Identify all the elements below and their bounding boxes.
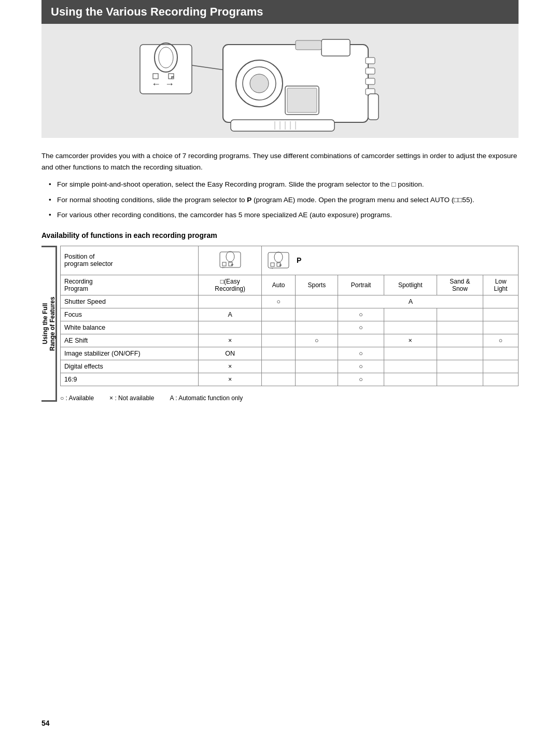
selector-row: Position of program selector xyxy=(61,246,519,275)
table-row: Shutter Speed ○ A xyxy=(61,295,519,308)
low-light-val: ○ xyxy=(483,334,519,347)
auto-val xyxy=(261,308,295,321)
features-table: Position of program selector xyxy=(60,246,519,386)
sand-snow-val xyxy=(437,373,483,386)
svg-rect-26 xyxy=(368,94,379,120)
svg-rect-27 xyxy=(296,40,321,50)
low-light-col: Low Light xyxy=(483,275,519,295)
bullet-item-2: For normal shooting conditions, slide th… xyxy=(49,194,519,206)
auto-col: Auto xyxy=(261,275,295,295)
sports-val xyxy=(296,373,338,386)
feature-label: White balance xyxy=(61,321,199,334)
svg-text:→: → xyxy=(270,266,274,271)
sand-snow-val xyxy=(437,321,483,334)
svg-text:←: ← xyxy=(151,79,161,89)
svg-rect-15 xyxy=(366,68,375,74)
svg-point-12 xyxy=(250,74,269,93)
sports-val xyxy=(296,347,338,360)
svg-rect-14 xyxy=(366,58,375,64)
camcorder-diagram: P ← → xyxy=(41,24,519,138)
feature-label: 16:9 xyxy=(61,373,199,386)
table-row: Digital effects × ○ xyxy=(61,360,519,373)
portrait-val: ○ xyxy=(338,360,384,373)
sand-snow-val xyxy=(437,347,483,360)
page: Using the Various Recording Programs E P… xyxy=(0,0,560,748)
portrait-val: ○ xyxy=(338,321,384,334)
svg-rect-16 xyxy=(366,78,375,84)
svg-rect-20 xyxy=(231,120,334,131)
bullet-list: For simple point-and-shoot operation, se… xyxy=(41,179,519,221)
sidebar-label-1: Using the Full xyxy=(41,303,49,344)
auto-val xyxy=(261,321,295,334)
legend-available: ○ : Available xyxy=(60,394,94,402)
table-row: White balance ○ xyxy=(61,321,519,334)
feature-label: Digital effects xyxy=(61,360,199,373)
camcorder-svg: P ← → xyxy=(130,29,430,133)
feature-label: Shutter Speed xyxy=(61,295,199,308)
spotlight-val xyxy=(384,321,437,334)
easy-val xyxy=(199,295,262,308)
auto-val xyxy=(261,360,295,373)
low-light-val xyxy=(483,321,519,334)
low-light-val xyxy=(483,308,519,321)
spotlight-val: × xyxy=(384,334,437,347)
sidebar-label-2: Range of Features xyxy=(49,297,56,351)
recording-program-label: Recording Program xyxy=(61,275,199,295)
sports-val xyxy=(296,295,338,308)
selector-left-icon: P ← xyxy=(199,246,262,275)
svg-text:←: ← xyxy=(221,265,226,270)
spotlight-col: Spotlight xyxy=(384,275,437,295)
selector-label-cell: Position of program selector xyxy=(61,246,199,275)
feature-label: Image stabilizer (ON/OFF) xyxy=(61,347,199,360)
portrait-val: ○ xyxy=(338,373,384,386)
svg-rect-19 xyxy=(287,88,317,112)
spotlight-val xyxy=(384,373,437,386)
svg-rect-13 xyxy=(321,39,350,56)
feature-label: Focus xyxy=(61,308,199,321)
table-row: AE Shift × ○ × ○ xyxy=(61,334,519,347)
easy-val: A xyxy=(199,308,262,321)
low-light-val xyxy=(483,347,519,360)
easy-recording-col: □(Easy Recording) xyxy=(199,275,262,295)
svg-text:→: → xyxy=(165,79,174,89)
portrait-spotlight-sand-val: A xyxy=(338,295,483,308)
spotlight-val xyxy=(384,308,437,321)
bullet-item-3: For various other recording conditions, … xyxy=(49,209,519,221)
auto-val: ○ xyxy=(261,295,295,308)
legend-not-available: × : Not available xyxy=(109,394,154,402)
table-row: 16:9 × ○ xyxy=(61,373,519,386)
auto-val xyxy=(261,347,295,360)
low-light-val xyxy=(483,373,519,386)
p-label: P xyxy=(297,256,301,264)
sand-snow-val xyxy=(437,308,483,321)
low-light-val xyxy=(483,295,519,308)
sand-snow-val xyxy=(437,360,483,373)
sand-snow-val xyxy=(437,334,483,347)
portrait-val: ○ xyxy=(338,308,384,321)
auto-val xyxy=(261,334,295,347)
legend-auto-only: A : Automatic function only xyxy=(170,394,243,402)
intro-paragraph: The camcorder provides you with a choice… xyxy=(41,150,519,173)
easy-val: ON xyxy=(199,347,262,360)
page-title: Using the Various Recording Programs xyxy=(41,0,519,24)
selector-right-area: P → P xyxy=(261,246,518,275)
svg-text:P: P xyxy=(279,264,282,267)
svg-text:P: P xyxy=(231,263,233,266)
svg-point-29 xyxy=(226,251,234,262)
sand-snow-col: Sand & Snow xyxy=(437,275,483,295)
easy-val xyxy=(199,321,262,334)
portrait-col: Portrait xyxy=(338,275,384,295)
table-row: Image stabilizer (ON/OFF) ON ○ xyxy=(61,347,519,360)
page-number: 54 xyxy=(41,719,50,727)
main-table-area: Position of program selector xyxy=(60,246,519,402)
easy-val: × xyxy=(199,334,262,347)
content-area: The camcorder provides you with a choice… xyxy=(41,150,519,402)
table-section-heading: Availability of functions in each record… xyxy=(41,231,519,239)
legend: ○ : Available × : Not available A : Auto… xyxy=(60,394,519,402)
portrait-val: ○ xyxy=(338,347,384,360)
spotlight-val xyxy=(384,347,437,360)
sidebar-label: Using the Full Range of Features xyxy=(41,246,57,402)
program-header-row: Recording Program □(Easy Recording) Auto… xyxy=(61,275,519,295)
sports-val xyxy=(296,360,338,373)
bullet-item-1: For simple point-and-shoot operation, se… xyxy=(49,179,519,190)
